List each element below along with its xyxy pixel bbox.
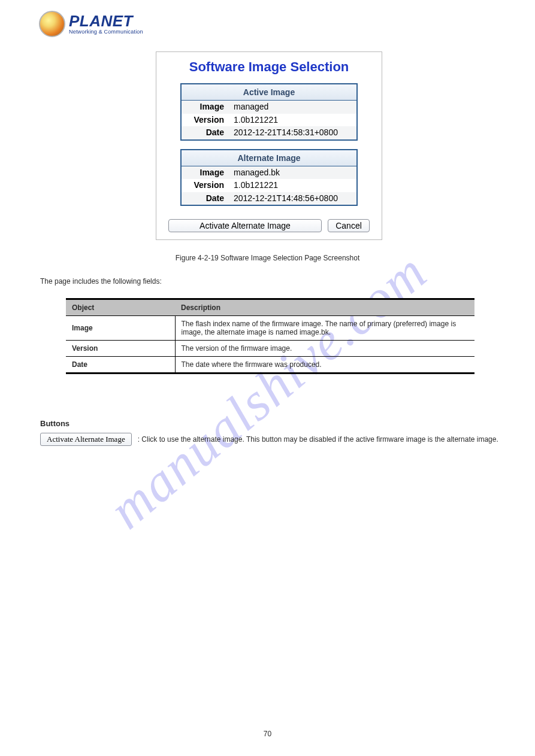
figure-caption: Figure 4-2-19 Software Image Selection P… bbox=[0, 254, 535, 262]
activate-alternate-button[interactable]: Activate Alternate Image bbox=[168, 219, 322, 232]
table-row: Date 2012-12-21T14:58:31+0800 bbox=[181, 126, 357, 140]
alternate-image-heading: Alternate Image bbox=[181, 150, 357, 166]
table-row: Image The flash index name of the firmwa… bbox=[66, 316, 474, 341]
alternate-image-table: Alternate Image Image managed.bk Version… bbox=[180, 149, 358, 207]
col-object: Object bbox=[66, 299, 175, 316]
brand-name: PLANET bbox=[69, 13, 143, 29]
active-image-table: Active Image Image managed Version 1.0b1… bbox=[180, 83, 358, 141]
col-description: Description bbox=[175, 299, 474, 316]
activate-caption: : Click to use the alternate image. This… bbox=[138, 435, 498, 444]
table-row: Date The date where the firmware was pro… bbox=[66, 357, 474, 374]
table-row: Image managed bbox=[181, 101, 357, 114]
section-intro: The page includes the following fields: bbox=[40, 277, 162, 286]
panel-title: Software Image Selection bbox=[156, 52, 382, 83]
active-image-heading: Active Image bbox=[181, 84, 357, 101]
table-row: Date 2012-12-21T14:48:56+0800 bbox=[181, 192, 357, 206]
cancel-button[interactable]: Cancel bbox=[328, 219, 370, 232]
planet-orb-icon bbox=[39, 11, 65, 37]
brand-logo: PLANET Networking & Communication bbox=[39, 11, 143, 37]
table-row: Image managed.bk bbox=[181, 166, 357, 179]
table-row: Version The version of the firmware imag… bbox=[66, 341, 474, 357]
table-row: Version 1.0b121221 bbox=[181, 114, 357, 127]
page-number: 70 bbox=[0, 730, 535, 738]
table-row: Version 1.0b121221 bbox=[181, 179, 357, 192]
field-description-table: Object Description Image The flash index… bbox=[66, 298, 474, 374]
buttons-heading: Buttons bbox=[40, 419, 69, 428]
activate-alternate-button-doc[interactable]: Activate Alternate Image bbox=[40, 433, 132, 446]
brand-tagline: Networking & Communication bbox=[69, 29, 143, 35]
software-image-panel: Software Image Selection Active Image Im… bbox=[156, 51, 382, 240]
